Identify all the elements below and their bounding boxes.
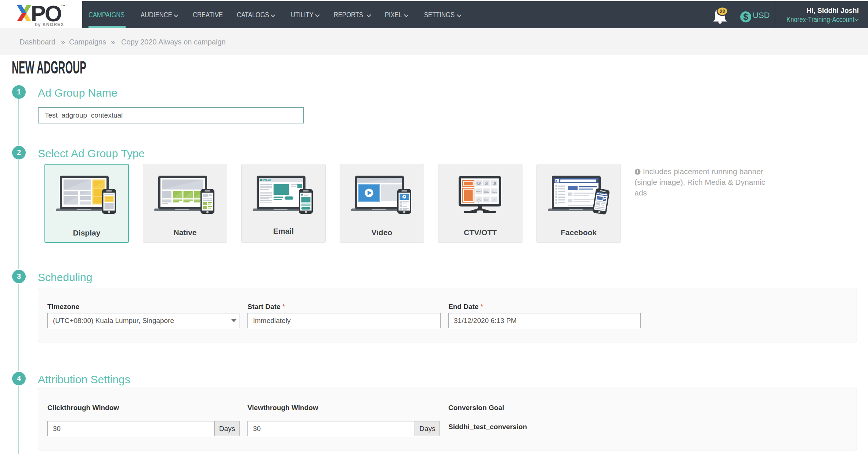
svg-text:by KNOREX: by KNOREX xyxy=(35,22,64,27)
svg-text:EMAIL: EMAIL xyxy=(263,179,272,182)
svg-text:$: $ xyxy=(743,12,748,22)
svg-text:22: 22 xyxy=(720,8,726,14)
svg-text:prime: prime xyxy=(484,191,488,192)
svg-text:hulu: hulu xyxy=(492,191,497,193)
svg-text:Roku: Roku xyxy=(484,199,488,201)
svg-text:NETFLIX: NETFLIX xyxy=(476,191,482,193)
svg-text:™: ™ xyxy=(61,4,65,8)
